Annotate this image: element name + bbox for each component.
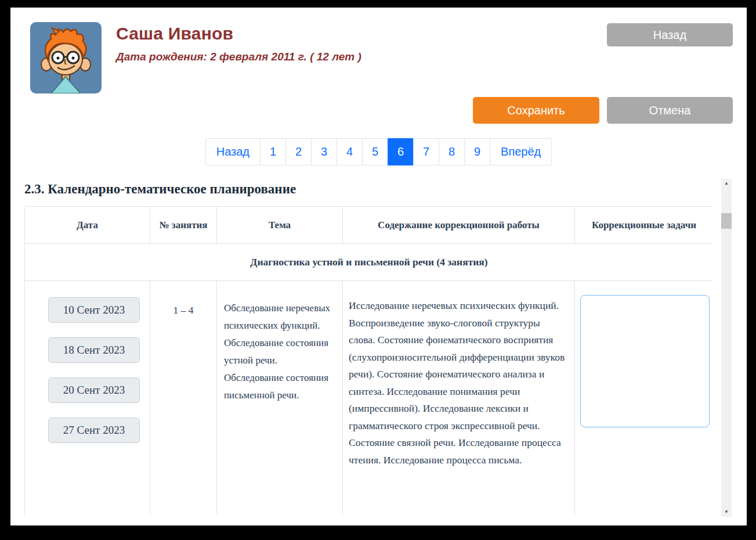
back-button[interactable]: Назад: [607, 23, 733, 46]
date-button[interactable]: 18 Сент 2023: [48, 337, 140, 363]
column-header-lesson-number: № занятия: [150, 207, 217, 244]
dates-cell: 10 Сент 2023 18 Сент 2023 20 Сент 2023 2…: [25, 281, 150, 516]
section-title: 2.3. Календарно-тематическое планировани…: [24, 182, 296, 197]
avatar: [30, 22, 102, 93]
student-birthdate: Дата рождения: 2 февраля 2011 г. ( 12 ле…: [116, 51, 361, 63]
topic-text: Обследование неречевых психических функц…: [217, 281, 343, 516]
date-button[interactable]: 20 Сент 2023: [48, 377, 140, 403]
pagination-page[interactable]: 3: [311, 138, 337, 165]
scrollbar-thumb[interactable]: [721, 213, 732, 229]
scroll-up-icon[interactable]: ▲: [721, 179, 732, 188]
pagination-page[interactable]: 9: [464, 138, 490, 165]
page: Саша Иванов Дата рождения: 2 февраля 201…: [10, 8, 747, 525]
group-row-label: Диагностика устной и письменной речи (4 …: [25, 244, 714, 281]
save-button[interactable]: Сохранить: [473, 97, 599, 124]
pagination-page[interactable]: 7: [413, 138, 439, 165]
pagination-page[interactable]: 4: [337, 138, 363, 165]
student-name: Саша Иванов: [116, 24, 233, 44]
column-header-content: Содержание коррекционной работы: [343, 207, 575, 244]
date-button[interactable]: 27 Сент 2023: [48, 417, 140, 443]
pagination-page[interactable]: 8: [439, 138, 465, 165]
pagination-page[interactable]: 1: [260, 138, 286, 165]
planning-table: Дата № занятия Тема Содержание коррекцио…: [24, 206, 713, 515]
date-button[interactable]: 10 Сент 2023: [48, 297, 140, 323]
pagination-page[interactable]: 5: [362, 138, 388, 165]
lesson-number: 1 – 4: [150, 281, 217, 516]
table-row: 10 Сент 2023 18 Сент 2023 20 Сент 2023 2…: [25, 281, 714, 516]
vertical-scrollbar[interactable]: ▲ ▼: [721, 179, 732, 517]
column-header-date: Дата: [25, 207, 150, 244]
pagination-prev[interactable]: Назад: [205, 138, 261, 165]
cancel-button[interactable]: Отмена: [607, 97, 733, 124]
column-header-tasks: Коррекционные задачи: [575, 207, 714, 244]
pagination: Назад 1 2 3 4 5 6 7 8 9 Вперёд: [205, 138, 552, 165]
table-header-row: Дата № занятия Тема Содержание коррекцио…: [25, 207, 714, 244]
boy-avatar-image: [30, 22, 102, 93]
pagination-next[interactable]: Вперёд: [490, 138, 552, 165]
column-header-topic: Тема: [217, 207, 343, 244]
tasks-textarea[interactable]: [580, 295, 710, 427]
tasks-cell: [575, 281, 714, 516]
table-group-row: Диагностика устной и письменной речи (4 …: [25, 244, 714, 281]
content-text: Исследование неречевых психических функц…: [343, 281, 575, 516]
scroll-down-icon[interactable]: ▼: [721, 507, 732, 517]
pagination-page[interactable]: 2: [285, 138, 312, 165]
pagination-page[interactable]: 6: [388, 138, 414, 165]
